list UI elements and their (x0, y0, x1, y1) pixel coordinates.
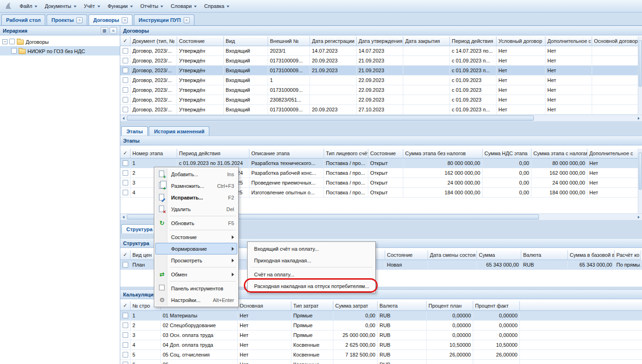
tab-desktop[interactable]: Рабочий стол (1, 14, 45, 25)
scrollbar-thumb[interactable] (127, 116, 534, 121)
contracts-vertical-scrollbar[interactable] (638, 36, 642, 115)
table-row[interactable]: Договор, 2023/...УтверждёнВходящий122.09… (120, 76, 638, 85)
tab-pup-instructions[interactable]: Инструкции ПУП× (134, 14, 194, 25)
row-checkbox[interactable] (123, 262, 128, 268)
menu-file[interactable]: Файл (16, 1, 41, 11)
row-checkbox[interactable] (123, 362, 128, 364)
hierarchy-view-icon[interactable]: ▦ (101, 27, 108, 34)
submenu-invoice[interactable]: Счёт на оплату... (249, 268, 374, 280)
table-row[interactable]: 404 Доп. оплата трудаНетКосвенные2 625 0… (120, 340, 642, 350)
table-row[interactable]: Договор, 2023/...УтверждёнВходящий230823… (120, 95, 638, 105)
row-checkbox[interactable] (123, 87, 128, 93)
tab-structure[interactable]: Структура (121, 224, 158, 234)
table-row[interactable]: 202 СпецоборудованиеНетПрямые0,00RUB0,00… (120, 321, 642, 330)
column-header[interactable]: Процент факт (473, 301, 520, 311)
tree-expander-icon[interactable]: − (2, 39, 7, 44)
submenu-expense-note[interactable]: Расходная накладная на отпуск потребител… (249, 280, 374, 292)
table-row[interactable]: Договор, 2023/...УтверждёнВходящий017310… (120, 56, 638, 66)
scroll-right-icon[interactable] (635, 115, 642, 121)
column-header[interactable]: Дата регистрации (310, 36, 357, 46)
table-row[interactable]: 303 Осн. оплата трудаНетПрямые25 000 000… (120, 330, 642, 340)
column-header[interactable]: Тип лицевого счёт (324, 149, 368, 158)
column-header[interactable]: Сумма затрат (333, 301, 378, 311)
menu-exchange[interactable]: ⇄Обмен (155, 268, 237, 280)
column-header[interactable]: Дата утверждения (357, 36, 403, 46)
menu-functions[interactable]: Функции (104, 1, 137, 11)
scroll-left-icon[interactable] (120, 214, 127, 220)
close-icon[interactable]: × (122, 17, 128, 23)
row-checkbox[interactable] (123, 313, 128, 318)
menu-generate[interactable]: Формирование (155, 243, 237, 254)
menu-duplicate[interactable]: +Размножить...Ctrl+F3 (155, 180, 237, 192)
submenu-receipt-note[interactable]: Приходная накладная... (249, 254, 374, 266)
column-header[interactable]: Условный договор (497, 36, 545, 46)
column-header[interactable]: Сумма (477, 250, 521, 260)
menu-edit[interactable]: Исправить...F2 (155, 192, 237, 203)
menu-dictionaries[interactable]: Словари (167, 1, 200, 11)
column-header[interactable]: Сумма этапа без налогов (403, 149, 483, 158)
scroll-left-icon[interactable] (120, 115, 127, 121)
row-checkbox[interactable] (123, 68, 128, 73)
submenu-incoming-invoice[interactable]: Входящий счёт на оплату... (249, 243, 374, 254)
menu-toolbar-panel[interactable]: Панель инструментов (155, 282, 237, 294)
column-header[interactable]: Расчёт ко (614, 250, 641, 260)
column-header[interactable]: Номер этапа (131, 149, 177, 158)
menu-accounting[interactable]: Учёт (80, 1, 104, 11)
row-checkbox[interactable] (123, 170, 128, 176)
table-row[interactable]: Договор, 2023/...УтверждёнВходящий2023/1… (120, 46, 638, 56)
column-header[interactable]: Валюта (378, 301, 427, 311)
column-header[interactable]: Документ (тип, № (131, 36, 177, 46)
column-header[interactable]: Сумма этапа с налогами (532, 149, 587, 158)
table-row[interactable]: 101 МатериалыНетПрямые0,00RUB0,000000,00… (120, 311, 642, 321)
menu-help[interactable]: Справка (200, 1, 233, 11)
row-checkbox[interactable] (123, 97, 128, 103)
table-row[interactable]: Договор, 2023/...УтверждёнВходящий017310… (120, 85, 638, 95)
column-header[interactable]: Дата смены состоя (428, 250, 477, 260)
row-checkbox[interactable] (123, 48, 128, 54)
stages-vertical-scrollbar[interactable] (638, 149, 642, 213)
menu-view[interactable]: Просмотреть (155, 254, 237, 266)
column-header[interactable]: Дополнительное с (587, 149, 638, 158)
tab-stages[interactable]: Этапы (121, 126, 148, 136)
scrollbar-thumb[interactable] (639, 40, 642, 87)
column-header[interactable]: Сумма НДС этапа (483, 149, 532, 158)
column-header[interactable]: Состояние (385, 250, 428, 260)
tab-history[interactable]: История изменений (149, 126, 209, 136)
tab-contracts[interactable]: Договоры× (89, 14, 132, 25)
row-checkbox[interactable] (123, 190, 128, 195)
column-header[interactable]: Процент план (427, 301, 473, 311)
column-header[interactable]: Дополнительное с (545, 36, 592, 46)
tree-node-checkbox[interactable] (9, 39, 15, 44)
menu-refresh[interactable]: ↻ОбновитьF5 (155, 217, 237, 229)
scroll-right-icon[interactable] (635, 214, 642, 220)
row-checkbox[interactable] (123, 160, 128, 166)
row-checkbox[interactable] (123, 352, 128, 357)
column-header[interactable]: Сумма в базовой в (568, 250, 614, 260)
table-row[interactable]: Договор, 2023/...УтверждёнВходящий017310… (120, 105, 638, 115)
contracts-horizontal-scrollbar[interactable] (120, 115, 642, 121)
column-header[interactable]: Дата закрытия (403, 36, 450, 46)
row-checkbox[interactable] (123, 107, 128, 112)
tree-node-checkbox[interactable] (11, 48, 17, 54)
row-checkbox[interactable] (123, 323, 128, 328)
column-header[interactable]: Тип затрат (291, 301, 333, 311)
column-header[interactable]: Вид (224, 36, 268, 46)
column-header[interactable]: Период действия (450, 36, 497, 46)
table-row[interactable]: 606НетКосвенныеRUB (120, 360, 642, 364)
table-row[interactable]: Договор, 2023/...УтверждёнВходящий017310… (120, 66, 638, 76)
column-header[interactable]: Внешний № (268, 36, 310, 46)
column-header[interactable]: Основная (238, 301, 291, 311)
column-header[interactable]: Описание этапа (249, 149, 324, 158)
close-icon[interactable]: × (184, 17, 190, 23)
row-checkbox[interactable] (123, 332, 128, 338)
menu-documents[interactable]: Документы (41, 1, 80, 11)
scrollbar-thumb[interactable] (639, 152, 642, 190)
column-header[interactable]: Основной договор (592, 36, 638, 46)
menu-reports[interactable]: Отчёты (137, 1, 167, 11)
close-icon[interactable]: × (76, 17, 83, 23)
column-header[interactable]: Период действия (177, 149, 249, 158)
column-header[interactable]: Состояние (177, 36, 224, 46)
menu-delete[interactable]: ×УдалитьDel (155, 203, 237, 215)
row-checkbox[interactable] (123, 342, 128, 348)
row-checkbox[interactable] (123, 180, 128, 185)
